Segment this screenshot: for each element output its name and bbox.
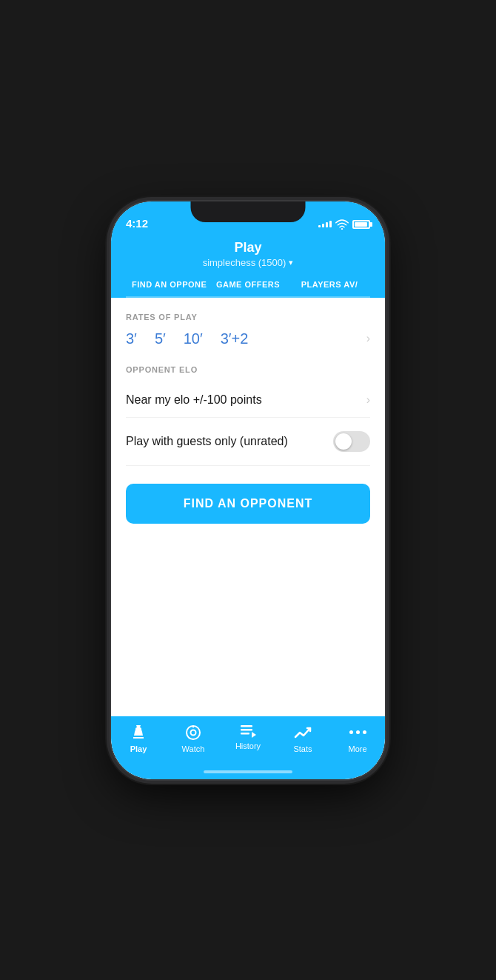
- bottom-tab-more[interactable]: More: [330, 724, 385, 753]
- toggle-knob: [335, 433, 352, 450]
- bottom-tab-watch-label: Watch: [182, 744, 205, 753]
- rate-5min[interactable]: 5′: [155, 330, 166, 347]
- elo-value: Near my elo +/-100 points: [126, 393, 262, 407]
- signal-dots: [318, 221, 332, 227]
- status-icons: [318, 219, 370, 230]
- dropdown-arrow: ▾: [289, 258, 293, 267]
- rate-10min[interactable]: 10′: [184, 330, 203, 347]
- more-dots-icon: [349, 724, 366, 741]
- guest-toggle-row: Play with guests only (unrated): [126, 418, 370, 466]
- phone-screen: 4:12: [111, 201, 385, 779]
- find-opponent-button[interactable]: FIND AN OPPONENT: [126, 484, 370, 524]
- bottom-tab-stats-label: Stats: [293, 744, 312, 753]
- bottom-tab-history-label: History: [235, 741, 261, 750]
- stats-icon: [294, 724, 312, 741]
- time-rates-list: 3′ 5′ 10′ 3′+2: [126, 330, 366, 347]
- history-icon: [239, 724, 257, 739]
- bottom-tab-play-label: Play: [130, 744, 147, 753]
- main-content: RATES OF PLAY 3′ 5′ 10′ 3′+2 › OPPONENT …: [111, 298, 385, 779]
- status-time: 4:12: [126, 217, 148, 230]
- svg-point-3: [192, 726, 194, 727]
- bottom-tab-watch[interactable]: Watch: [166, 724, 221, 753]
- battery-icon: [352, 220, 370, 229]
- rate-3plus2[interactable]: 3′+2: [221, 330, 249, 347]
- app-header: Play simplechess (1500) ▾ FIND AN OPPONE…: [111, 234, 385, 298]
- rates-section-label: RATES OF PLAY: [126, 313, 370, 321]
- tab-game-offers[interactable]: GAME OFFERS: [207, 273, 289, 296]
- svg-point-0: [341, 227, 343, 229]
- rate-3min[interactable]: 3′: [126, 330, 137, 347]
- header-subtitle[interactable]: simplechess (1500) ▾: [126, 257, 370, 268]
- wifi-icon: [335, 219, 349, 230]
- rates-chevron-icon: ›: [366, 332, 370, 345]
- svg-point-2: [191, 730, 196, 735]
- bottom-tab-stats[interactable]: Stats: [275, 724, 330, 753]
- svg-rect-5: [241, 729, 252, 731]
- time-rates-row: 3′ 5′ 10′ 3′+2 ›: [126, 330, 370, 347]
- play-chess-icon: [130, 724, 147, 741]
- home-indicator: [204, 770, 292, 773]
- elo-section-label: OPPONENT ELO: [126, 365, 370, 374]
- elo-chevron-icon: ›: [366, 393, 370, 407]
- tab-find-opponent[interactable]: FIND AN OPPONENT: [126, 273, 207, 296]
- elo-section: OPPONENT ELO Near my elo +/-100 points ›: [126, 365, 370, 418]
- screen-body: Play simplechess (1500) ▾ FIND AN OPPONE…: [111, 234, 385, 779]
- watch-icon: [184, 724, 202, 741]
- bottom-tab-history[interactable]: History: [221, 724, 275, 750]
- tab-players-available[interactable]: PLAYERS AV/: [289, 273, 370, 296]
- svg-rect-4: [241, 725, 252, 727]
- phone-frame: 4:12: [111, 201, 385, 779]
- guest-toggle[interactable]: [333, 431, 370, 452]
- bottom-tab-play[interactable]: Play: [111, 724, 166, 753]
- page-title: Play: [126, 240, 370, 256]
- top-tab-bar: FIND AN OPPONENT GAME OFFERS PLAYERS AV/: [126, 273, 370, 298]
- bottom-tab-more-label: More: [348, 744, 366, 753]
- username-label: simplechess (1500): [203, 257, 286, 268]
- guest-label: Play with guests only (unrated): [126, 435, 288, 448]
- svg-marker-7: [252, 732, 256, 738]
- notch: [191, 201, 306, 222]
- svg-rect-6: [241, 733, 249, 735]
- svg-point-1: [187, 726, 200, 739]
- elo-row[interactable]: Near my elo +/-100 points ›: [126, 383, 370, 418]
